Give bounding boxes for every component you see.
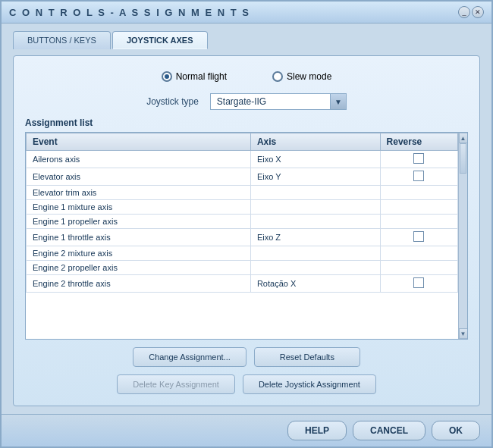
cell-axis: Eixo Y bbox=[250, 168, 380, 186]
scrollbar[interactable]: ▲ ▼ bbox=[458, 133, 467, 339]
cell-event: Engine 2 mixture axis bbox=[27, 246, 251, 261]
table-row[interactable]: Ailerons axisEixo X bbox=[27, 151, 458, 168]
cell-event: Elevator axis bbox=[27, 168, 251, 186]
cell-reverse bbox=[380, 275, 457, 293]
delete-joystick-button[interactable]: Delete Joystick Assignment bbox=[243, 374, 376, 394]
cell-reverse bbox=[380, 168, 457, 186]
cell-reverse bbox=[380, 151, 457, 168]
change-assignment-button[interactable]: Change Assignment... bbox=[133, 347, 246, 367]
tab-buttons-keys[interactable]: BUTTONS / KEYS bbox=[13, 31, 111, 49]
cell-axis bbox=[250, 261, 380, 275]
content-area: BUTTONS / KEYS JOYSTICK AXES Normal flig… bbox=[2, 23, 491, 414]
cell-axis bbox=[250, 246, 380, 261]
delete-key-button[interactable]: Delete Key Assignment bbox=[117, 374, 235, 394]
col-header-event: Event bbox=[27, 133, 251, 151]
assignment-list-label: Assignment list bbox=[25, 117, 468, 128]
table-header-row: Event Axis Reverse bbox=[27, 133, 458, 151]
main-window: C O N T R O L S - A S S I G N M E N T S … bbox=[0, 0, 493, 448]
close-button[interactable]: ✕ bbox=[472, 6, 484, 18]
table-container: Event Axis Reverse Ailerons axisEixo XEl… bbox=[26, 133, 458, 339]
bottom-bar: HELP CANCEL OK bbox=[2, 414, 491, 446]
table-wrapper: Event Axis Reverse Ailerons axisEixo XEl… bbox=[25, 132, 468, 340]
cell-event: Elevator trim axis bbox=[27, 186, 251, 200]
assignment-table: Event Axis Reverse Ailerons axisEixo XEl… bbox=[26, 133, 458, 293]
scrollbar-up-arrow[interactable]: ▲ bbox=[459, 133, 468, 143]
joystick-type-dropdown-wrap: Stargate-IIG None ▼ bbox=[210, 93, 347, 110]
cell-event: Engine 2 throttle axis bbox=[27, 275, 251, 293]
cell-axis: Rotação X bbox=[250, 275, 380, 293]
table-row[interactable]: Elevator axisEixo Y bbox=[27, 168, 458, 186]
radio-normal-inner bbox=[165, 74, 169, 79]
tab-joystick-axes[interactable]: JOYSTICK AXES bbox=[112, 31, 208, 49]
table-row[interactable]: Engine 1 throttle axisEixo Z bbox=[27, 229, 458, 246]
cell-reverse bbox=[380, 200, 457, 215]
radio-normal-flight[interactable]: Normal flight bbox=[162, 71, 227, 82]
title-controls: _ ✕ bbox=[458, 6, 484, 18]
flight-mode-row: Normal flight Slew mode bbox=[25, 67, 468, 86]
reverse-checkbox[interactable] bbox=[413, 153, 424, 164]
radio-slew-mode[interactable]: Slew mode bbox=[272, 71, 331, 82]
reverse-checkbox[interactable] bbox=[413, 171, 424, 181]
table-body: Ailerons axisEixo XElevator axisEixo YEl… bbox=[27, 151, 458, 293]
assignment-section: Assignment list Event Axis Reverse bbox=[25, 117, 468, 340]
radio-normal-label: Normal flight bbox=[176, 71, 227, 82]
cell-axis bbox=[250, 200, 380, 215]
reverse-checkbox[interactable] bbox=[413, 277, 424, 288]
scrollbar-thumb[interactable] bbox=[460, 143, 466, 174]
radio-slew-label: Slew mode bbox=[287, 71, 331, 82]
table-row[interactable]: Engine 2 propeller axis bbox=[27, 261, 458, 275]
cell-event: Engine 1 throttle axis bbox=[27, 229, 251, 246]
table-row[interactable]: Engine 2 mixture axis bbox=[27, 246, 458, 261]
help-button[interactable]: HELP bbox=[287, 421, 347, 440]
joystick-type-select[interactable]: Stargate-IIG None bbox=[210, 93, 347, 110]
cell-event: Engine 2 propeller axis bbox=[27, 261, 251, 275]
cell-axis bbox=[250, 186, 380, 200]
cell-event: Ailerons axis bbox=[27, 151, 251, 168]
radio-normal-outer bbox=[162, 71, 172, 82]
window-title: C O N T R O L S - A S S I G N M E N T S bbox=[9, 7, 250, 18]
cell-reverse bbox=[380, 246, 457, 261]
ok-button[interactable]: OK bbox=[432, 421, 480, 440]
table-row[interactable]: Engine 2 throttle axisRotação X bbox=[27, 275, 458, 293]
col-header-axis: Axis bbox=[250, 133, 380, 151]
main-panel: Normal flight Slew mode Joystick type St… bbox=[13, 55, 480, 406]
cell-axis bbox=[250, 215, 380, 229]
button-row-2: Delete Key Assignment Delete Joystick As… bbox=[25, 374, 468, 394]
table-row[interactable]: Engine 1 mixture axis bbox=[27, 200, 458, 215]
reverse-checkbox[interactable] bbox=[413, 231, 424, 242]
cell-reverse bbox=[380, 229, 457, 246]
col-header-reverse: Reverse bbox=[380, 133, 457, 151]
button-row-1: Change Assignment... Reset Defaults bbox=[25, 347, 468, 367]
scrollbar-track[interactable] bbox=[459, 143, 467, 328]
cell-axis: Eixo Z bbox=[250, 229, 380, 246]
cancel-button[interactable]: CANCEL bbox=[353, 421, 425, 440]
cell-reverse bbox=[380, 215, 457, 229]
cell-axis: Eixo X bbox=[250, 151, 380, 168]
cell-reverse bbox=[380, 186, 457, 200]
tabs: BUTTONS / KEYS JOYSTICK AXES bbox=[13, 31, 480, 49]
table-row[interactable]: Engine 1 propeller axis bbox=[27, 215, 458, 229]
minimize-button[interactable]: _ bbox=[458, 6, 470, 18]
radio-slew-outer bbox=[272, 71, 283, 82]
scrollbar-down-arrow[interactable]: ▼ bbox=[459, 328, 468, 339]
cell-reverse bbox=[380, 261, 457, 275]
joystick-type-label: Joystick type bbox=[146, 96, 199, 107]
title-bar: C O N T R O L S - A S S I G N M E N T S … bbox=[2, 2, 491, 23]
cell-event: Engine 1 propeller axis bbox=[27, 215, 251, 229]
reset-defaults-button[interactable]: Reset Defaults bbox=[254, 347, 360, 367]
cell-event: Engine 1 mixture axis bbox=[27, 200, 251, 215]
table-row[interactable]: Elevator trim axis bbox=[27, 186, 458, 200]
joystick-type-row: Joystick type Stargate-IIG None ▼ bbox=[25, 93, 468, 110]
